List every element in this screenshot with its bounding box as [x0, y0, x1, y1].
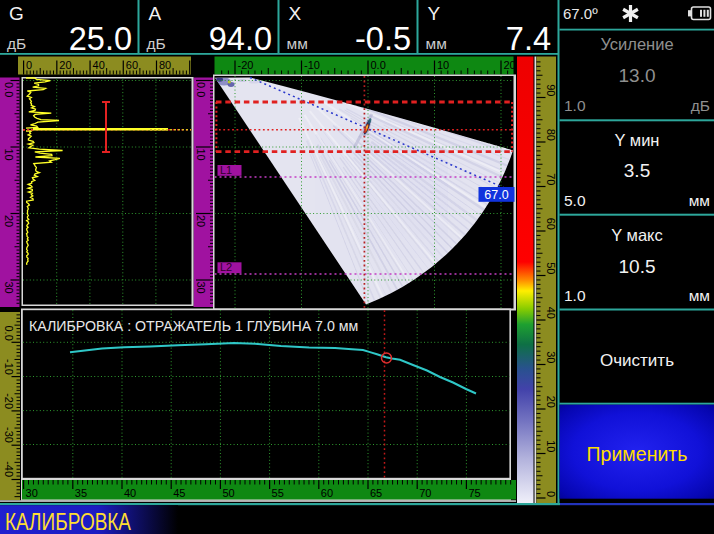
svg-text:A: A	[149, 3, 162, 24]
svg-text:10: 10	[545, 440, 557, 452]
svg-text:25.0: 25.0	[69, 21, 132, 57]
svg-text:90: 90	[545, 84, 557, 96]
svg-text:дБ: дБ	[691, 97, 710, 114]
svg-text:65: 65	[370, 487, 382, 499]
svg-text:60: 60	[321, 487, 333, 499]
svg-text:G: G	[9, 3, 24, 24]
svg-text:-20: -20	[3, 393, 15, 409]
svg-text:70: 70	[545, 173, 557, 185]
svg-text:67.0: 67.0	[484, 188, 508, 202]
svg-text:1.0: 1.0	[564, 287, 586, 304]
svg-text:67.0º: 67.0º	[563, 5, 598, 22]
svg-text:-0.5: -0.5	[355, 21, 411, 57]
svg-text:55: 55	[272, 487, 284, 499]
svg-text:50: 50	[222, 487, 234, 499]
svg-text:1.0: 1.0	[564, 97, 586, 114]
svg-text:мм: мм	[287, 35, 308, 52]
svg-text:20: 20	[545, 396, 557, 408]
svg-text:X: X	[289, 3, 302, 24]
svg-text:40: 40	[545, 307, 557, 319]
svg-text:дБ: дБ	[7, 35, 26, 52]
svg-text:80: 80	[545, 129, 557, 141]
svg-text:60: 60	[545, 218, 557, 230]
svg-text:Применить: Применить	[587, 443, 688, 465]
svg-text:100: 100	[192, 59, 210, 71]
svg-text:80: 80	[159, 59, 171, 71]
svg-text:L2: L2	[220, 261, 232, 273]
svg-text:0.0: 0.0	[195, 82, 207, 97]
svg-text:5.0: 5.0	[564, 192, 586, 209]
svg-text:мм: мм	[426, 35, 447, 52]
svg-text:0: 0	[26, 59, 32, 71]
svg-text:Очистить: Очистить	[600, 351, 674, 370]
svg-text:10: 10	[437, 59, 449, 71]
svg-text:45: 45	[173, 487, 185, 499]
svg-text:-20: -20	[238, 59, 254, 71]
svg-text:20: 20	[59, 59, 71, 71]
svg-text:Усиление: Усиление	[600, 35, 673, 53]
svg-text:мм: мм	[689, 287, 710, 304]
svg-text:0.0: 0.0	[371, 59, 386, 71]
svg-text:10.5: 10.5	[619, 256, 656, 277]
svg-text:10: 10	[195, 149, 207, 161]
svg-text:40: 40	[124, 487, 136, 499]
svg-text:20: 20	[195, 215, 207, 227]
svg-text:20: 20	[3, 215, 15, 227]
svg-text:60: 60	[126, 59, 138, 71]
svg-text:КАЛИБРОВКА: КАЛИБРОВКА	[5, 509, 132, 534]
svg-text:30: 30	[545, 351, 557, 363]
svg-text:-10: -10	[3, 359, 15, 375]
svg-text:-10: -10	[304, 59, 320, 71]
svg-text:30: 30	[26, 487, 38, 499]
svg-text:30: 30	[195, 282, 207, 294]
svg-text:Y макс: Y макс	[611, 226, 662, 244]
svg-text:дБ: дБ	[147, 35, 166, 52]
svg-text:Y: Y	[428, 3, 441, 24]
svg-text:КАЛИБРОВКА : ОТРАЖАТЕЛЬ 1 ГЛУБ: КАЛИБРОВКА : ОТРАЖАТЕЛЬ 1 ГЛУБИНА 7.0 мм	[29, 318, 358, 334]
svg-text:50: 50	[545, 262, 557, 274]
svg-text:Y мин: Y мин	[615, 131, 660, 149]
svg-text:0.0: 0.0	[3, 326, 15, 341]
svg-text:35: 35	[75, 487, 87, 499]
svg-text:30: 30	[3, 282, 15, 294]
svg-text:L1: L1	[220, 164, 232, 176]
svg-text:10: 10	[3, 149, 15, 161]
svg-text:7.4: 7.4	[506, 21, 551, 57]
svg-text:70: 70	[419, 487, 431, 499]
svg-text:мм: мм	[689, 192, 710, 209]
svg-text:0: 0	[545, 491, 557, 497]
svg-text:3.5: 3.5	[624, 160, 650, 181]
svg-text:94.0: 94.0	[209, 21, 272, 57]
svg-text:0.0: 0.0	[3, 82, 15, 97]
svg-text:-40: -40	[3, 461, 15, 477]
svg-text:75: 75	[468, 487, 480, 499]
svg-text:-30: -30	[3, 427, 15, 443]
svg-text:40: 40	[93, 59, 105, 71]
svg-text:13.0: 13.0	[619, 65, 656, 86]
svg-text:20: 20	[504, 59, 516, 71]
